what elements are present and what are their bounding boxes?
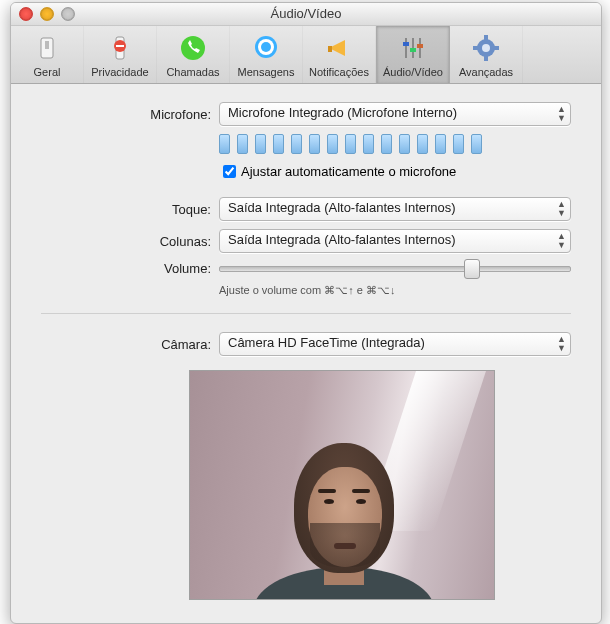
camera-preview	[189, 370, 495, 600]
svg-rect-18	[484, 35, 488, 40]
switch-icon	[31, 32, 63, 64]
svg-rect-21	[494, 46, 499, 50]
privacy-icon	[104, 32, 136, 64]
phone-icon	[177, 32, 209, 64]
volume-hint: Ajuste o volume com ⌘⌥↑ e ⌘⌥↓	[219, 284, 571, 297]
svg-rect-1	[45, 41, 49, 49]
svg-rect-20	[473, 46, 478, 50]
tab-messages[interactable]: Mensagens	[230, 26, 303, 83]
svg-rect-10	[405, 38, 407, 58]
chevron-updown-icon: ▲▼	[557, 200, 566, 218]
svg-point-8	[261, 42, 271, 52]
chevron-updown-icon: ▲▼	[557, 232, 566, 250]
tab-label: Mensagens	[238, 66, 295, 78]
tab-label: Privacidade	[91, 66, 148, 78]
tab-notifications[interactable]: Notificações	[303, 26, 376, 83]
volume-slider-thumb[interactable]	[464, 259, 480, 279]
window-controls	[19, 7, 75, 21]
chevron-updown-icon: ▲▼	[557, 335, 566, 353]
microphone-value: Microfone Integrado (Microfone Interno)	[228, 105, 457, 120]
camera-select[interactable]: Câmera HD FaceTime (Integrada) ▲▼	[219, 332, 571, 356]
gear-icon	[470, 32, 502, 64]
tab-label: Geral	[34, 66, 61, 78]
content-area: Microfone: Microfone Integrado (Microfon…	[11, 84, 601, 610]
tab-label: Notificações	[309, 66, 369, 78]
section-divider	[41, 313, 571, 314]
ring-select[interactable]: Saída Integrada (Alto-falantes Internos)…	[219, 197, 571, 221]
svg-rect-13	[403, 42, 409, 46]
tab-advanced[interactable]: Avançadas	[450, 26, 523, 83]
tab-privacy[interactable]: Privacidade	[84, 26, 157, 83]
microphone-select[interactable]: Microfone Integrado (Microfone Interno) …	[219, 102, 571, 126]
minimize-window-button[interactable]	[40, 7, 54, 21]
tab-audio-video[interactable]: Áudio/Vídeo	[376, 26, 450, 83]
svg-rect-9	[328, 46, 332, 52]
preferences-window: Áudio/Vídeo Geral Privacidade Chamadas M…	[10, 2, 602, 624]
svg-rect-15	[417, 44, 423, 48]
tab-calls[interactable]: Chamadas	[157, 26, 230, 83]
preferences-toolbar: Geral Privacidade Chamadas Mensagens Not…	[11, 26, 601, 84]
volume-label: Volume:	[41, 261, 219, 276]
auto-adjust-mic-label: Ajustar automaticamente o microfone	[241, 164, 456, 179]
tab-general[interactable]: Geral	[11, 26, 84, 83]
tab-label: Áudio/Vídeo	[383, 66, 443, 78]
volume-slider[interactable]	[219, 266, 571, 272]
zoom-window-button[interactable]	[61, 7, 75, 21]
camera-label: Câmara:	[41, 337, 219, 352]
chevron-updown-icon: ▲▼	[557, 105, 566, 123]
equalizer-icon	[397, 32, 429, 64]
megaphone-icon	[323, 32, 355, 64]
chat-icon	[250, 32, 282, 64]
microphone-label: Microfone:	[41, 107, 219, 122]
speakers-value: Saída Integrada (Alto-falantes Internos)	[228, 232, 456, 247]
auto-adjust-mic-checkbox[interactable]	[223, 165, 236, 178]
svg-rect-4	[116, 45, 124, 47]
ring-value: Saída Integrada (Alto-falantes Internos)	[228, 200, 456, 215]
svg-rect-14	[410, 48, 416, 52]
svg-point-17	[482, 44, 490, 52]
speakers-label: Colunas:	[41, 234, 219, 249]
ring-label: Toque:	[41, 202, 219, 217]
window-title: Áudio/Vídeo	[11, 3, 601, 25]
microphone-level-meter	[219, 134, 571, 154]
tab-label: Avançadas	[459, 66, 513, 78]
titlebar: Áudio/Vídeo	[11, 3, 601, 26]
camera-value: Câmera HD FaceTime (Integrada)	[228, 335, 425, 350]
tab-label: Chamadas	[166, 66, 219, 78]
close-window-button[interactable]	[19, 7, 33, 21]
speakers-select[interactable]: Saída Integrada (Alto-falantes Internos)…	[219, 229, 571, 253]
svg-rect-19	[484, 56, 488, 61]
